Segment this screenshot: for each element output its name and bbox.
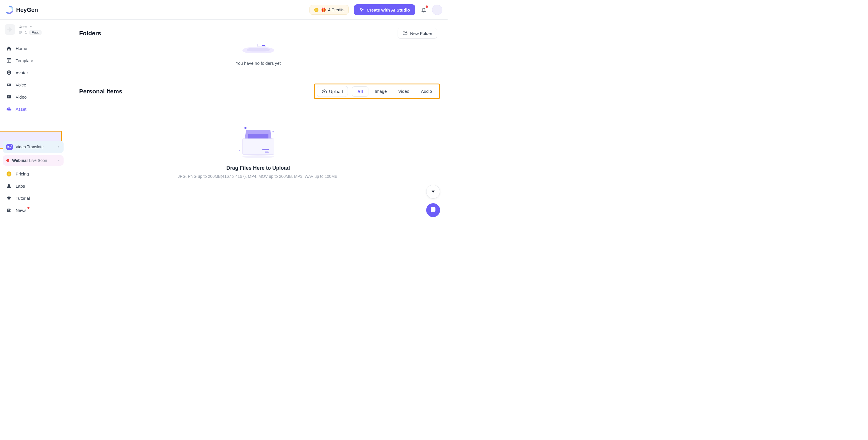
notifications-button[interactable]	[421, 7, 427, 13]
gift-icon: 🎁	[321, 7, 326, 12]
chevron-right-icon	[57, 159, 60, 162]
translate-badge-icon: 文/A	[6, 144, 13, 150]
folder-plus-icon	[403, 31, 408, 36]
inbox-illustration-icon	[241, 125, 276, 159]
nav-labs[interactable]: Labs	[3, 180, 64, 192]
nav-label: Video	[16, 94, 27, 99]
globe-person-icon	[6, 70, 11, 75]
svg-point-0	[8, 28, 11, 31]
waveform-icon	[6, 82, 11, 87]
new-folder-button[interactable]: New Folder	[398, 28, 437, 39]
coin-icon: 🪙	[6, 171, 11, 176]
flask-icon	[6, 183, 11, 188]
nav-avatar[interactable]: Avatar	[3, 67, 64, 78]
coin-icon: 🪙	[314, 7, 319, 12]
arrow-up-icon	[431, 189, 436, 194]
nav-pricing[interactable]: 🪙 Pricing	[3, 168, 64, 179]
people-icon	[19, 31, 23, 35]
upload-dropzone[interactable]: Drag Files Here to Upload JPG, PNG up to…	[79, 125, 437, 179]
svg-rect-6	[7, 84, 11, 86]
dropzone-title: Drag Files Here to Upload	[79, 165, 437, 171]
svg-point-1	[20, 31, 21, 32]
profile-avatar[interactable]	[432, 5, 442, 15]
primary-nav: Home Template Avatar Voice Video Asset	[3, 42, 64, 216]
tab-audio[interactable]: Audio	[416, 86, 437, 96]
workspace-avatar-icon	[5, 24, 15, 35]
support-chat-button[interactable]	[426, 203, 440, 217]
workspace-name-row: User	[19, 24, 41, 29]
home-icon	[6, 46, 11, 51]
nav-asset[interactable]: Asset	[3, 103, 64, 115]
scroll-to-top-button[interactable]	[426, 185, 440, 199]
nav-label: Home	[16, 46, 27, 51]
template-icon	[6, 58, 11, 63]
brand-logo[interactable]: HeyGen	[5, 5, 38, 14]
nav-label: Template	[16, 58, 33, 63]
nav-video[interactable]: Video	[3, 91, 64, 102]
tab-image[interactable]: Image	[370, 86, 392, 96]
personal-items-title: Personal Items	[79, 88, 122, 95]
workspace-member-count: 1	[25, 30, 27, 35]
asset-filter-tabs: All Image Video Audio	[352, 86, 437, 96]
notification-dot-icon	[426, 5, 428, 8]
tab-all[interactable]: All	[352, 86, 368, 96]
nav-voice[interactable]: Voice	[3, 79, 64, 90]
nav-label: Pricing	[16, 171, 29, 176]
nav-home[interactable]: Home	[3, 42, 64, 54]
brand-name: HeyGen	[16, 7, 38, 13]
empty-folders-illustration-icon	[242, 43, 274, 55]
nav-label: Video Translate	[16, 145, 43, 149]
bell-icon	[421, 7, 426, 12]
sparkle-cursor-icon	[359, 7, 364, 12]
nav-webinar[interactable]: Webinar Live Soon	[3, 155, 64, 166]
nav-label: Labs	[16, 183, 25, 188]
chevron-down-icon	[29, 25, 33, 28]
plan-badge: Free	[29, 30, 41, 35]
workspace-name: User	[19, 24, 27, 29]
cloud-upload-icon	[6, 107, 11, 112]
live-dot-icon	[6, 159, 9, 162]
nav-video-translate[interactable]: 文/A Video Translate	[3, 141, 64, 153]
create-button-label: Create with AI Studio	[367, 7, 410, 12]
folders-title: Folders	[79, 30, 101, 37]
workspace-meta: 1 Free	[19, 30, 41, 35]
app-header: HeyGen 🪙 🎁 4 Credits Create with AI Stud…	[0, 0, 447, 20]
graduation-cap-icon	[6, 196, 11, 201]
svg-rect-3	[7, 58, 11, 62]
nav-label: Voice	[16, 82, 26, 87]
new-folder-label: New Folder	[410, 31, 432, 36]
chat-bubble-icon	[430, 207, 437, 214]
chevron-right-icon	[57, 145, 60, 149]
credits-label: 4 Credits	[328, 7, 344, 12]
upload-button[interactable]: Upload	[317, 86, 348, 97]
folders-empty-text: You have no folders yet	[79, 61, 437, 66]
upload-and-filters: Upload All Image Video Audio	[317, 86, 437, 97]
play-rect-icon	[6, 94, 11, 99]
nav-label: Asset	[16, 107, 27, 112]
svg-point-5	[8, 71, 10, 73]
nav-template[interactable]: Template	[3, 55, 64, 66]
credits-pill[interactable]: 🪙 🎁 4 Credits	[309, 5, 349, 15]
nav-label: News	[16, 208, 27, 213]
personal-items-header: Personal Items Upload All Image Video Au…	[79, 86, 437, 97]
folders-header: Folders New Folder	[79, 28, 437, 39]
workspace-switcher[interactable]: User 1 Free	[3, 24, 64, 37]
cloud-upload-icon	[321, 89, 327, 94]
news-icon	[6, 208, 11, 213]
brand-mark-icon	[5, 5, 14, 14]
nav-label: Tutorial	[16, 196, 30, 201]
main-content: Folders New Folder You have no folders y…	[66, 20, 447, 226]
nav-news[interactable]: News	[3, 204, 64, 216]
nav-label: Avatar	[16, 70, 28, 75]
tab-video[interactable]: Video	[393, 86, 415, 96]
nav-tutorial[interactable]: Tutorial	[3, 192, 64, 204]
dropzone-subtitle: JPG, PNG up to 200MB(4167 x 4167), MP4, …	[79, 174, 437, 179]
header-actions: 🪙 🎁 4 Credits Create with AI Studio	[309, 4, 442, 15]
sidebar: User 1 Free Home Template	[0, 20, 66, 226]
svg-point-2	[21, 31, 22, 32]
upload-label: Upload	[329, 89, 343, 94]
folders-empty-state: You have no folders yet	[79, 43, 437, 66]
nav-label: Webinar Live Soon	[12, 158, 47, 163]
create-ai-studio-button[interactable]: Create with AI Studio	[354, 4, 415, 15]
